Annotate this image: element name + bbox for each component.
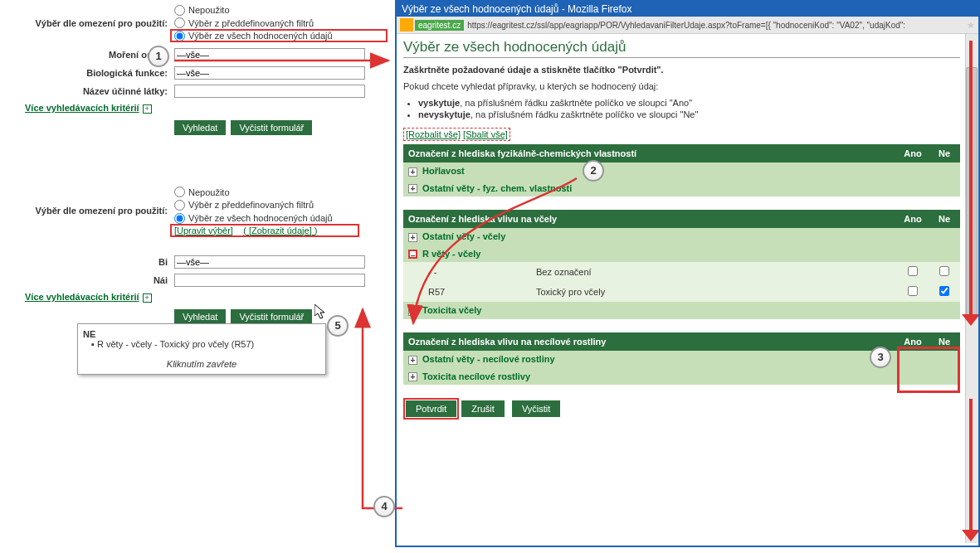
window-titlebar: Výběr ze všech hodnocených údajů - Mozil…: [397, 2, 978, 17]
plus-icon-2[interactable]: +: [143, 293, 152, 303]
chk-r57-ne[interactable]: [939, 286, 949, 296]
t2-ne: Ne: [929, 210, 960, 228]
confirm-button[interactable]: Potvrdit: [406, 400, 456, 417]
t1-ano: Ano: [897, 144, 929, 163]
cancel-button[interactable]: Zrušit: [461, 400, 505, 417]
instr-bullets: vyskytuje, na příslušném řádku zaškrtnět…: [418, 98, 960, 119]
checkbox-highlight: [897, 347, 960, 393]
badge-5: 5: [327, 315, 349, 337]
filter-form-bottom: Výběr dle omezení pro použití: Nepoužito…: [0, 182, 392, 328]
t2-ano: Ano: [897, 210, 929, 228]
instr-text: Zaškrtněte požadované údaje a stiskněte …: [403, 65, 960, 75]
t1-ne: Ne: [929, 144, 960, 163]
more-criteria-link-2[interactable]: Více vyhledávacích kritérií: [25, 292, 139, 302]
radio-pre-2[interactable]: [174, 200, 185, 211]
arrow-2: [398, 174, 614, 340]
radio-none-1-label: Nepoužito: [188, 5, 230, 15]
mouse-cursor-icon: [314, 304, 328, 321]
clear-button-1[interactable]: Vyčistit formulář: [231, 120, 312, 135]
toggle-links: [Rozbalit vše] [Sbalit vše]: [403, 128, 960, 141]
tooltip-popup[interactable]: NE ▪ R věty - včely - Toxický pro včely …: [77, 323, 326, 375]
bookmark-star-icon[interactable]: ★: [967, 20, 975, 31]
collapse-all-link[interactable]: [Sbalit vše]: [463, 129, 508, 139]
more-criteria-link-1[interactable]: Více vyhledávacích kritérií: [25, 103, 139, 113]
radio-pre-2-label: Výběr z předdefinovaných filtrů: [188, 200, 314, 210]
url-text[interactable]: https://eagritest.cz/ssl/app/eagriapp/PO…: [467, 21, 963, 30]
radio-pre-1[interactable]: [174, 17, 185, 28]
search-button-1[interactable]: Vyhledat: [174, 120, 226, 135]
tooltip-close: Kliknutím zavřete: [83, 359, 320, 369]
sect-ostatni-nec: Ostatní věty - necílové rostliny: [422, 354, 555, 364]
lbl-filter-2: Výběr dle omezení pro použití:: [8, 206, 174, 216]
radio-all-2[interactable]: [174, 213, 185, 224]
radio-pre-1-label: Výběr z předdefinovaných filtrů: [188, 18, 314, 28]
sect-toxicita-nec: Toxicita necílové rostlivy: [422, 371, 530, 381]
lbl-filter: Výběr dle omezení pro použití:: [8, 18, 174, 28]
clear-button[interactable]: Vyčistit: [512, 400, 560, 417]
clear-button-2[interactable]: Vyčistit formulář: [231, 309, 312, 324]
radio-group-2: Nepoužito Výběr z předdefinovaných filtr…: [174, 187, 384, 235]
arrow-4: [336, 303, 411, 518]
badge-4: 4: [373, 496, 395, 517]
tooltip-item: ▪ R věty - včely - Toxický pro včely (R5…: [91, 339, 320, 349]
page-title: Výběr ze všech hodnocených údajů: [403, 39, 960, 58]
chk-r57-ano[interactable]: [908, 286, 918, 296]
li-yes-b: vyskytuje: [418, 98, 460, 108]
li-no-b: nevyskytuje: [418, 109, 470, 119]
plus-icon-1[interactable]: +: [143, 104, 152, 114]
field-lat-2[interactable]: [174, 274, 365, 287]
radio-all-2-label: Výběr ze všech hodnocených údajů: [188, 213, 333, 223]
li-no-rest: , na příslušném řádku zaškrtněte políčko…: [470, 109, 698, 119]
tooltip-title: NE: [83, 329, 320, 339]
lead-text: Pokud chcete vyhledat přípravky, u který…: [403, 81, 960, 91]
t1-head: Označení z hlediska fyzikálně-chemických…: [403, 144, 897, 163]
field-bio-2[interactable]: [174, 255, 365, 269]
chk-bezozn-ano[interactable]: [908, 266, 918, 276]
lbl-bio: Biologická funkce:: [8, 68, 174, 78]
filter-form-top: Výběr dle omezení pro použití: Nepoužito…: [0, 0, 392, 139]
radio-group-1: Nepoužito Výběr z předdefinovaných filtr…: [174, 4, 384, 43]
chk-bezozn-ne[interactable]: [939, 266, 949, 276]
radio-none-2[interactable]: [174, 187, 185, 197]
search-button-2[interactable]: Vyhledat: [174, 309, 226, 324]
scroll-red-arrow-1: [962, 41, 978, 326]
lbl-lat: Název účinné látky:: [8, 86, 174, 96]
confirm-button-row: Potvrdit Zrušit Vyčistit: [403, 398, 960, 420]
expand-all-link[interactable]: [Rozbalit vše]: [406, 129, 461, 139]
arrow-1: [174, 52, 398, 69]
site-identity-chip[interactable]: eagritest.cz: [415, 20, 464, 31]
favicon-icon: [400, 18, 413, 32]
badge-2: 2: [583, 160, 604, 182]
address-bar: eagritest.cz https://eagritest.cz/ssl/ap…: [397, 17, 978, 34]
scroll-red-arrow-2: [962, 399, 978, 541]
badge-3: 3: [870, 347, 891, 368]
li-yes-rest: , na příslušném řádku zaškrtněte políčko…: [460, 98, 692, 108]
radio-none-2-label: Nepoužito: [188, 187, 230, 197]
field-lat[interactable]: [174, 85, 365, 98]
radio-none-1[interactable]: [174, 5, 185, 16]
badge-1: 1: [148, 46, 169, 67]
